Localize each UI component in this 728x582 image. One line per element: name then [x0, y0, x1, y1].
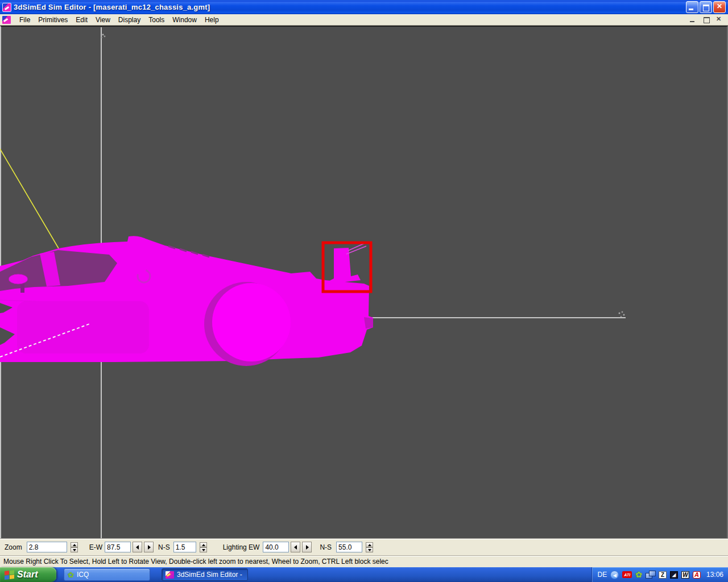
mdi-minimize-button[interactable] [689, 16, 697, 23]
status-bar: Mouse Right Click To Select, Hold Left t… [0, 555, 728, 567]
model-canvas [0, 26, 728, 538]
app-icon[interactable] [2, 3, 11, 12]
lighting-ns-input[interactable] [336, 542, 362, 552]
monitor-tray-icon[interactable]: ◢ [670, 571, 678, 579]
window-titlebar: 3dSimEd Sim Editor - [maserati_mc12_chas… [0, 0, 728, 14]
window-title: 3dSimEd Sim Editor - [maserati_mc12_chas… [14, 3, 210, 11]
taskbar: Start ✿ ICQ 3dSimEd Sim Editor - [... DE… [0, 567, 728, 582]
view-toolbar: Zoom E-W N-S Lighting EW N-S [0, 538, 728, 555]
taskbar-task-icq[interactable]: ✿ ICQ [64, 568, 150, 581]
lighting-ew-right-button[interactable] [302, 542, 312, 552]
windows-flag-icon [5, 570, 14, 580]
ns-rotation-input[interactable] [173, 542, 196, 552]
network-tray-icon[interactable] [646, 571, 655, 579]
lighting-ew-label: Lighting EW [223, 543, 260, 551]
lighting-ns-label: N-S [320, 543, 332, 551]
status-text: Mouse Right Click To Select, Hold Left t… [3, 558, 388, 566]
start-label: Start [17, 569, 41, 580]
zonealarm-tray-icon[interactable]: Z [659, 571, 667, 579]
car-wing-pillar [325, 248, 361, 284]
lighting-ns-spin-up-button[interactable] [366, 542, 373, 547]
task-label: 3dSimEd Sim Editor - [... [177, 571, 244, 579]
ew-rotation-input[interactable] [105, 542, 131, 552]
taskbar-task-3dsimed[interactable]: 3dSimEd Sim Editor - [... [162, 568, 248, 581]
document-icon[interactable] [2, 16, 11, 24]
ns-rotation-spinner [200, 542, 207, 552]
lighting-ew-input[interactable] [263, 542, 289, 552]
zoom-spin-down-button[interactable] [71, 547, 78, 552]
ns-spin-up-button[interactable] [200, 542, 207, 547]
ns-spin-down-button[interactable] [200, 547, 207, 552]
desktop-screen: 3dSimEd Sim Editor - [maserati_mc12_chas… [0, 0, 728, 582]
menu-tools[interactable]: Tools [144, 15, 168, 25]
car-model [0, 236, 373, 366]
ew-rotate-left-button[interactable] [133, 542, 142, 552]
icq-flower-tray-icon[interactable]: ✿ [635, 570, 642, 579]
menu-help[interactable]: Help [201, 15, 223, 25]
menu-edit[interactable]: Edit [72, 15, 92, 25]
icq-flower-icon: ✿ [68, 571, 74, 579]
mdi-restore-button[interactable] [702, 16, 710, 23]
menu-window[interactable]: Window [168, 15, 201, 25]
start-button[interactable]: Start [0, 567, 56, 582]
zoom-label: Zoom [5, 543, 22, 551]
lighting-ns-spinner [366, 542, 373, 552]
collapse-chevron-icon[interactable]: ◀ [610, 571, 619, 579]
menu-primitives[interactable]: Primitives [34, 15, 72, 25]
minimize-button[interactable] [686, 1, 698, 13]
menu-display[interactable]: Display [114, 15, 144, 25]
close-button[interactable] [713, 1, 726, 13]
avira-tray-icon[interactable]: A [693, 571, 701, 579]
car-antenna-lines [346, 243, 366, 254]
app-icon [166, 571, 174, 579]
zoom-spin-up-button[interactable] [71, 542, 78, 547]
ati-tray-icon[interactable]: ATI [622, 571, 632, 578]
menu-file[interactable]: File [15, 15, 34, 25]
task-label: ICQ [77, 571, 89, 579]
car-door-panel [17, 301, 149, 354]
yellow-axis-line [0, 149, 59, 248]
ns-rotation-label: N-S [158, 543, 170, 551]
car-rear-wheel [212, 283, 291, 361]
lighting-ns-spin-down-button[interactable] [366, 547, 373, 552]
mdi-close-button[interactable] [715, 16, 723, 23]
tray-clock[interactable]: 13:06 [706, 571, 723, 579]
car-mirror [9, 274, 28, 284]
restore-button[interactable] [700, 1, 712, 13]
language-indicator[interactable]: DE [598, 571, 607, 579]
ew-rotate-right-button[interactable] [144, 542, 154, 552]
winamp-tray-icon[interactable]: W [681, 571, 689, 579]
zoom-spinner [71, 542, 78, 552]
ew-rotation-label: E-W [89, 543, 102, 551]
zoom-input[interactable] [27, 542, 67, 552]
lighting-ew-left-button[interactable] [291, 542, 300, 552]
menu-view[interactable]: View [92, 15, 114, 25]
viewport-3d[interactable] [0, 26, 728, 538]
system-tray: DE ◀ ATI ✿ Z ◢ W A 13:06 [592, 567, 728, 582]
menu-bar: File Primitives Edit View Display Tools … [0, 14, 728, 26]
